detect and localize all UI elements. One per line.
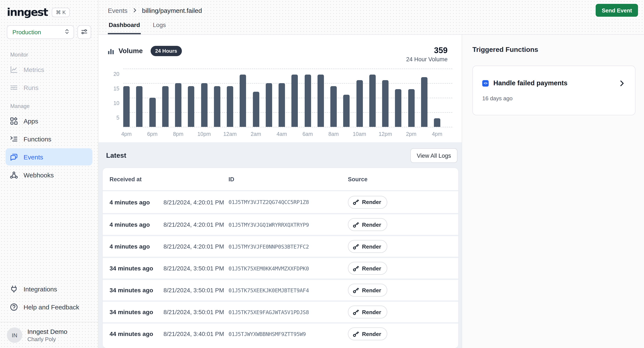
event-relative-time: 34 minutes ago: [110, 287, 164, 294]
triggered-function-card[interactable]: <>Handle failed payments16 days ago: [472, 66, 636, 115]
command-k-shortcut[interactable]: ⌘ K: [52, 8, 70, 17]
event-relative-time: 34 minutes ago: [110, 309, 164, 315]
volume-total-label: 24 Hour Volume: [406, 56, 448, 63]
bar-11am-19[interactable]: [369, 69, 376, 127]
event-source-badge[interactable]: Render: [348, 327, 387, 340]
tab-dashboard[interactable]: Dashboard: [108, 21, 141, 34]
event-row[interactable]: 44 minutes ago8/21/2024, 3:40:01 PM01J5T…: [103, 322, 458, 344]
event-row[interactable]: 4 minutes ago8/21/2024, 4:20:01 PM01J5TM…: [103, 191, 458, 213]
sidebar: inngest ⌘ K Production MonitorMetricsRun…: [0, 0, 98, 348]
key-icon: [352, 243, 359, 250]
x-tick-label: 2pm: [406, 131, 416, 137]
event-source-badge[interactable]: Render: [348, 218, 387, 231]
event-datetime: 8/21/2024, 3:50:01 PM: [164, 265, 228, 272]
event-row[interactable]: 4 minutes ago8/21/2024, 4:20:01 PM01J5TM…: [103, 235, 458, 257]
bar-6pm-2[interactable]: 6pm: [149, 69, 156, 127]
bar-11pm-7[interactable]: [214, 69, 220, 127]
help-icon: [10, 303, 18, 311]
key-icon: [352, 287, 359, 293]
event-id: 01J5TMY3VJTZ2QG74QCC5RP1Z8: [228, 199, 348, 205]
bar-10pm-6[interactable]: 10pm: [201, 69, 207, 127]
bar-2pm-22[interactable]: 2pm: [408, 69, 414, 127]
event-source-badge[interactable]: Render: [348, 262, 387, 275]
bar-4pm-0[interactable]: 4pm: [123, 69, 130, 127]
latest-section: Latest View All Logs Received atIDSource…: [98, 142, 462, 348]
event-row[interactable]: 34 minutes ago8/21/2024, 3:50:01 PM01J5T…: [103, 257, 458, 279]
bar-7pm-3[interactable]: [162, 69, 168, 127]
bar: [201, 83, 207, 127]
bar-12pm-20[interactable]: 12pm: [382, 69, 388, 127]
sliders-icon: [81, 28, 88, 36]
event-relative-time: 44 minutes ago: [110, 330, 164, 337]
sidebar-item-functions[interactable]: Functions: [6, 130, 92, 147]
bar-9pm-5[interactable]: [188, 69, 194, 127]
view-all-logs-button[interactable]: View All Logs: [410, 148, 458, 163]
event-source-badge[interactable]: Render: [348, 284, 387, 297]
send-event-button[interactable]: Send Event: [596, 4, 638, 17]
bar-4pm-24[interactable]: 4pm: [434, 69, 440, 127]
bar-12am-8[interactable]: 12am: [227, 69, 233, 127]
event-source-badge[interactable]: Render: [348, 306, 387, 318]
event-datetime: 8/21/2024, 4:20:01 PM: [164, 221, 228, 228]
bar: [292, 74, 298, 127]
bar: [408, 89, 414, 127]
sidebar-footer: IntegrationsHelp and Feedback: [0, 276, 98, 317]
bar: [175, 83, 182, 127]
sidebar-item-webhooks[interactable]: Webhooks: [6, 166, 92, 184]
x-tick-label: 10pm: [198, 131, 211, 137]
bar: [356, 80, 363, 127]
chart-plot-area: 4pm6pm8pm10pm12am2am4am6am8am10am12pm2pm…: [123, 69, 452, 127]
event-source-badge[interactable]: Render: [348, 196, 387, 209]
bar-8pm-4[interactable]: 8pm: [175, 69, 182, 127]
bar-9am-17[interactable]: [344, 69, 350, 127]
event-datetime: 8/21/2024, 3:40:01 PM: [164, 330, 228, 337]
event-relative-time: 4 minutes ago: [110, 243, 164, 250]
tab-logs[interactable]: Logs: [152, 21, 167, 34]
bar-3am-11[interactable]: [266, 69, 272, 127]
account-menu[interactable]: IN Inngest Demo Charly Poly: [0, 322, 98, 348]
event-datetime: 8/21/2024, 3:50:01 PM: [164, 287, 228, 294]
sidebar-item-help-and-feedback[interactable]: Help and Feedback: [6, 298, 92, 315]
bar-5am-13[interactable]: [292, 69, 298, 127]
event-row[interactable]: 34 minutes ago8/21/2024, 3:50:01 PM01J5T…: [103, 300, 458, 322]
chevron-right-icon: [618, 80, 626, 87]
volume-range-badge[interactable]: 24 Hours: [150, 46, 182, 56]
sidebar-item-label: Help and Feedback: [24, 303, 79, 310]
event-row[interactable]: 4 minutes ago8/21/2024, 4:20:01 PM01J5TM…: [103, 213, 458, 235]
bar-2am-10[interactable]: 2am: [253, 69, 259, 127]
bar: [149, 98, 156, 127]
bar-5pm-1[interactable]: [136, 69, 143, 127]
column-header-received-at: Received at: [110, 176, 164, 182]
bar-chart-icon: [108, 48, 114, 54]
bar-4am-12[interactable]: 4am: [278, 69, 285, 127]
bar-6am-14[interactable]: 6am: [304, 69, 311, 127]
breadcrumb-events-link[interactable]: Events: [108, 7, 128, 14]
bar-8am-16[interactable]: 8am: [330, 69, 337, 127]
sidebar-section-label-manage: Manage: [0, 96, 98, 112]
y-tick-label: 15: [114, 86, 120, 92]
event-id: 01J5TK75XEM0KK4MVMZXXFDPK0: [228, 265, 348, 271]
triggered-functions-title: Triggered Functions: [472, 46, 644, 54]
bar: [162, 86, 168, 127]
event-source-badge[interactable]: Render: [348, 240, 387, 253]
event-id: 01J5TK75XE9FAGJWTA5V1PDJS8: [228, 309, 348, 315]
bar-1am-9[interactable]: [240, 69, 246, 127]
bar: [318, 74, 324, 127]
bar-7am-15[interactable]: [318, 69, 324, 127]
column-header-source: Source: [348, 176, 458, 182]
sidebar-item-runs[interactable]: Runs: [6, 79, 92, 96]
sidebar-item-apps[interactable]: Apps: [6, 112, 92, 129]
environment-selector[interactable]: Production: [7, 25, 74, 39]
bar-10am-18[interactable]: 10am: [356, 69, 363, 127]
sidebar-item-events[interactable]: Events: [6, 148, 92, 165]
event-row[interactable]: 34 minutes ago8/21/2024, 3:50:01 PM01J5T…: [103, 279, 458, 300]
breadcrumb-chevron-icon: [132, 7, 138, 13]
event-relative-time: 34 minutes ago: [110, 265, 164, 272]
bar-3pm-23[interactable]: [421, 69, 428, 127]
inngest-logo[interactable]: inngest: [7, 6, 48, 19]
bar: [266, 83, 272, 127]
bar-1pm-21[interactable]: [395, 69, 402, 127]
sidebar-item-integrations[interactable]: Integrations: [6, 280, 92, 297]
environment-settings-button[interactable]: [78, 25, 91, 39]
sidebar-item-metrics[interactable]: Metrics: [6, 61, 92, 78]
